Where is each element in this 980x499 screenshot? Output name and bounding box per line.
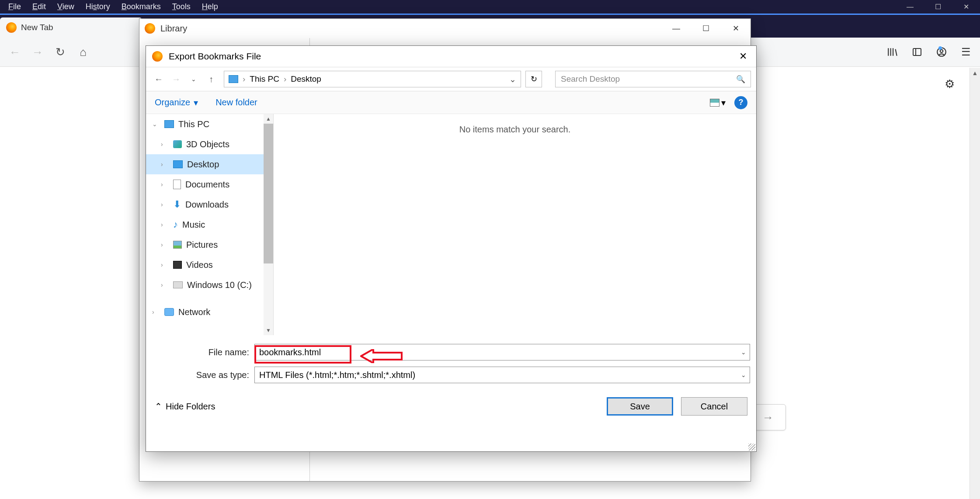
chevron-right-icon: › bbox=[152, 308, 160, 315]
chevron-right-icon: › bbox=[161, 281, 169, 288]
chevron-down-icon[interactable]: ⌄ bbox=[741, 349, 746, 356]
chevron-right-icon: › bbox=[161, 261, 169, 268]
tab-new-tab[interactable]: New Tab bbox=[0, 17, 142, 38]
menu-file[interactable]: File bbox=[3, 1, 27, 13]
nav-back-button[interactable]: ← bbox=[151, 72, 166, 87]
scroll-thumb[interactable] bbox=[264, 124, 273, 263]
view-icon bbox=[710, 99, 719, 107]
maximize-button[interactable]: ☐ bbox=[924, 0, 952, 14]
chevron-up-icon: ⌃ bbox=[155, 401, 162, 412]
menu-tools[interactable]: Tools bbox=[167, 1, 196, 13]
menu-help[interactable]: Help bbox=[196, 1, 224, 13]
chevron-down-icon: ⌄ bbox=[152, 121, 160, 128]
library-icon[interactable] bbox=[884, 43, 901, 61]
library-minimize[interactable]: — bbox=[661, 19, 691, 38]
tree-label: Downloads bbox=[185, 200, 229, 210]
cancel-button[interactable]: Cancel bbox=[681, 397, 747, 416]
picture-icon bbox=[173, 241, 182, 249]
library-maximize[interactable]: ☐ bbox=[691, 19, 721, 38]
address-bar[interactable]: › This PC › Desktop ⌄ bbox=[224, 71, 521, 87]
cube-icon bbox=[173, 140, 182, 148]
network-icon bbox=[164, 308, 174, 316]
save-type-select[interactable]: HTML Files (*.html;*.htm;*.shtml;*.xhtml… bbox=[254, 367, 750, 383]
new-folder-button[interactable]: New folder bbox=[215, 97, 257, 107]
scroll-up-icon[interactable]: ▲ bbox=[264, 114, 273, 124]
file-name-label: File name: bbox=[152, 347, 254, 357]
organize-button[interactable]: Organize ▾ bbox=[155, 97, 198, 108]
tree-label: Windows 10 (C:) bbox=[187, 280, 252, 290]
breadcrumb-item[interactable]: Desktop bbox=[291, 74, 321, 84]
help-button[interactable]: ? bbox=[734, 96, 747, 109]
library-close[interactable]: ✕ bbox=[721, 19, 751, 38]
tree-drive-c[interactable]: ›Windows 10 (C:) bbox=[146, 275, 273, 295]
folder-tree: ⌄ This PC ›3D Objects ›Desktop ›Document… bbox=[146, 114, 274, 335]
save-button[interactable]: Save bbox=[607, 397, 673, 416]
menu-edit[interactable]: Edit bbox=[27, 1, 52, 13]
chevron-right-icon: › bbox=[161, 201, 169, 208]
tree-label: Pictures bbox=[186, 240, 218, 250]
chevron-right-icon: › bbox=[161, 181, 169, 188]
scrollbar[interactable]: ▲ bbox=[970, 68, 980, 499]
chevron-down-icon[interactable]: ⌄ bbox=[509, 74, 516, 84]
tree-label: Desktop bbox=[187, 159, 219, 170]
account-icon[interactable] bbox=[933, 43, 950, 61]
menu-view[interactable]: View bbox=[52, 1, 80, 13]
document-icon bbox=[173, 180, 181, 189]
minimize-button[interactable]: — bbox=[896, 0, 924, 14]
svg-point-2 bbox=[940, 50, 943, 53]
hide-folders-button[interactable]: ⌃ Hide Folders bbox=[155, 401, 215, 412]
sidebar-icon[interactable] bbox=[908, 43, 926, 61]
tree-label: Network bbox=[178, 307, 210, 317]
tree-3d-objects[interactable]: ›3D Objects bbox=[146, 134, 273, 154]
scroll-down-icon[interactable]: ▼ bbox=[264, 326, 273, 335]
file-name-input[interactable]: bookmarks.html ⌄ bbox=[254, 344, 750, 360]
chevron-right-icon: › bbox=[243, 74, 245, 84]
firefox-icon bbox=[145, 23, 155, 34]
view-mode-button[interactable]: ▾ bbox=[710, 97, 726, 108]
home-button[interactable]: ⌂ bbox=[73, 42, 94, 62]
tree-downloads[interactable]: ›⬇Downloads bbox=[146, 194, 273, 215]
tree-network[interactable]: ›Network bbox=[146, 302, 273, 322]
chevron-down-icon[interactable]: ⌄ bbox=[741, 371, 746, 378]
search-placeholder: Search Desktop bbox=[561, 74, 620, 84]
tree-music[interactable]: ›♪Music bbox=[146, 215, 273, 235]
gear-icon[interactable]: ⚙ bbox=[945, 77, 955, 91]
chevron-right-icon: › bbox=[284, 74, 286, 84]
dialog-title-text: Export Bookmarks File bbox=[169, 51, 261, 62]
nav-up-button[interactable]: ↑ bbox=[204, 72, 219, 87]
tree-label: Music bbox=[182, 220, 205, 230]
menu-history[interactable]: History bbox=[80, 1, 116, 13]
chevron-down-icon: ▾ bbox=[194, 97, 198, 108]
menu-bookmarks[interactable]: Bookmarks bbox=[116, 1, 167, 13]
breadcrumb-item[interactable]: This PC bbox=[250, 74, 279, 84]
annotation-arrow bbox=[360, 349, 404, 363]
nav-forward-button[interactable]: → bbox=[169, 72, 184, 87]
pc-icon bbox=[164, 120, 174, 128]
reload-button[interactable]: ↻ bbox=[50, 42, 71, 62]
dialog-nav: ← → ⌄ ↑ › This PC › Desktop ⌄ ↻ Search D… bbox=[146, 67, 756, 91]
download-icon: ⬇ bbox=[173, 199, 181, 210]
tree-pictures[interactable]: ›Pictures bbox=[146, 235, 273, 255]
empty-message: No items match your search. bbox=[459, 125, 571, 134]
nav-history-chevron[interactable]: ⌄ bbox=[186, 72, 201, 87]
search-input[interactable]: Search Desktop 🔍 bbox=[555, 71, 751, 87]
forward-button[interactable]: → bbox=[27, 42, 48, 62]
refresh-button[interactable]: ↻ bbox=[525, 71, 542, 87]
menu-icon[interactable]: ☰ bbox=[957, 43, 975, 61]
resize-grip[interactable] bbox=[748, 444, 755, 450]
dialog-close-button[interactable]: ✕ bbox=[734, 49, 752, 63]
tree-scrollbar[interactable]: ▲ ▼ bbox=[264, 114, 273, 335]
scroll-up-icon[interactable]: ▲ bbox=[970, 68, 980, 78]
music-icon: ♪ bbox=[173, 219, 178, 230]
firefox-icon bbox=[6, 22, 17, 33]
tree-this-pc[interactable]: ⌄ This PC bbox=[146, 114, 273, 134]
hide-folders-label: Hide Folders bbox=[166, 402, 215, 412]
close-button[interactable]: ✕ bbox=[952, 0, 980, 14]
export-dialog: Export Bookmarks File ✕ ← → ⌄ ↑ › This P… bbox=[146, 45, 757, 452]
back-button[interactable]: ← bbox=[4, 42, 25, 62]
tree-label: This PC bbox=[178, 119, 209, 129]
tree-desktop[interactable]: ›Desktop bbox=[146, 154, 273, 174]
tree-documents[interactable]: ›Documents bbox=[146, 174, 273, 194]
tree-label: Videos bbox=[186, 260, 213, 270]
tree-videos[interactable]: ›Videos bbox=[146, 255, 273, 275]
